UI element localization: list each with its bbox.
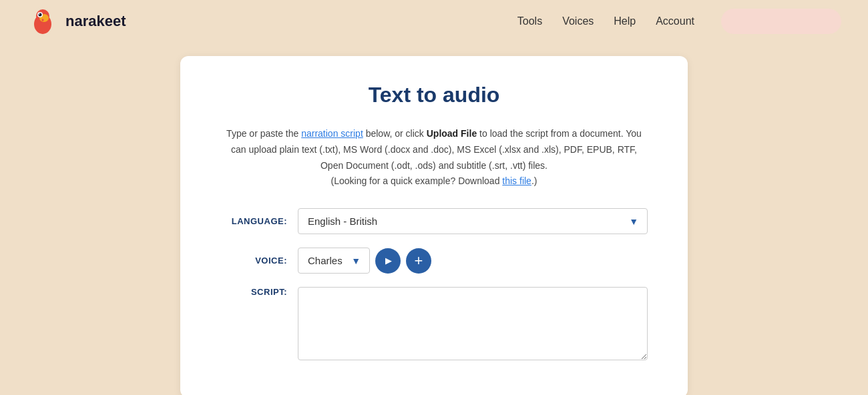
voice-controls: Charles ▼ + [298,248,431,274]
voice-select[interactable]: Charles [298,248,370,274]
page-title: Text to audio [220,83,648,107]
nav-links: Tools Voices Help Account [517,15,694,27]
language-label: LANGUAGE: [220,216,287,226]
add-voice-button[interactable]: + [406,248,431,274]
svg-point-5 [39,13,42,17]
language-select-wrapper: English - British ▼ [298,208,648,234]
description-text: Type or paste the narration script below… [220,126,648,189]
nav-tools[interactable]: Tools [517,15,542,27]
language-row: LANGUAGE: English - British ▼ [220,208,648,234]
voice-label: VOICE: [220,256,287,266]
voice-select-wrapper: Charles ▼ [298,248,370,274]
narration-script-link[interactable]: narration script [301,128,363,139]
account-button[interactable] [721,9,841,34]
example-file-link[interactable]: this file [502,175,531,186]
nav-account[interactable]: Account [656,15,694,27]
script-row: SCRIPT: [220,287,648,360]
script-label: SCRIPT: [220,287,287,297]
play-voice-button[interactable] [375,248,401,274]
nav-help[interactable]: Help [614,15,636,27]
voice-row: VOICE: Charles ▼ + [220,248,648,274]
navbar: narakeet Tools Voices Help Account [0,0,868,43]
main-card: Text to audio Type or paste the narratio… [180,56,688,395]
logo-area: narakeet [27,5,126,37]
language-select[interactable]: English - British [298,208,648,234]
main-container: Text to audio Type or paste the narratio… [0,43,868,395]
nav-voices[interactable]: Voices [562,15,594,27]
logo-icon [27,5,59,37]
script-textarea[interactable] [298,287,648,360]
svg-point-6 [39,13,40,15]
brand-name: narakeet [65,13,126,30]
